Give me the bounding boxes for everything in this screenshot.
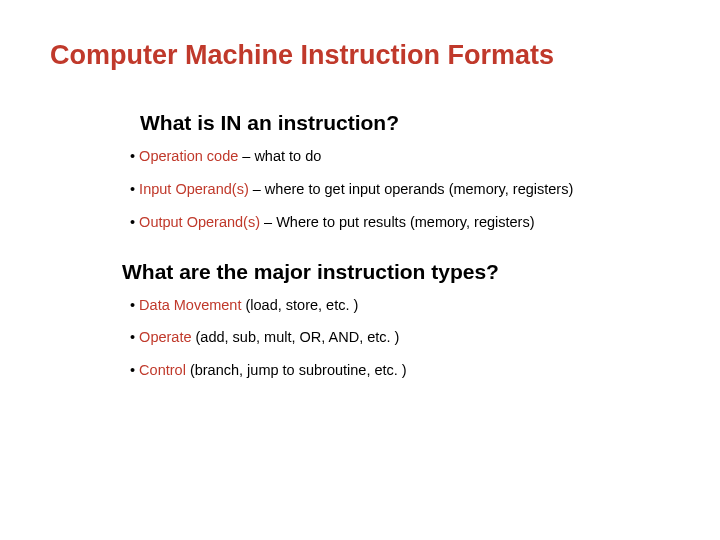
list-item: Data Movement (load, store, etc. )	[130, 296, 670, 315]
bullet-term: Operate	[139, 329, 191, 345]
slide-title: Computer Machine Instruction Formats	[50, 40, 670, 71]
bullet-desc: – where to get input operands (memory, r…	[249, 181, 574, 197]
bullet-list-2: Data Movement (load, store, etc. ) Opera…	[130, 296, 670, 381]
slide: Computer Machine Instruction Formats Wha…	[0, 0, 720, 380]
bullet-desc: – what to do	[238, 148, 321, 164]
list-item: Output Operand(s) – Where to put results…	[130, 213, 670, 232]
bullet-term: Operation code	[139, 148, 238, 164]
bullet-desc: (load, store, etc. )	[241, 297, 358, 313]
bullet-desc: (branch, jump to subroutine, etc. )	[186, 362, 407, 378]
bullet-term: Output Operand(s)	[139, 214, 260, 230]
bullet-term: Data Movement	[139, 297, 241, 313]
list-item: Operation code – what to do	[130, 147, 670, 166]
section-heading-1: What is IN an instruction?	[140, 111, 670, 135]
bullet-desc: – Where to put results (memory, register…	[260, 214, 535, 230]
list-item: Operate (add, sub, mult, OR, AND, etc. )	[130, 328, 670, 347]
bullet-term: Input Operand(s)	[139, 181, 249, 197]
section-heading-2: What are the major instruction types?	[122, 260, 670, 284]
bullet-desc: (add, sub, mult, OR, AND, etc. )	[192, 329, 400, 345]
list-item: Control (branch, jump to subroutine, etc…	[130, 361, 670, 380]
list-item: Input Operand(s) – where to get input op…	[130, 180, 670, 199]
bullet-list-1: Operation code – what to do Input Operan…	[130, 147, 670, 232]
bullet-term: Control	[139, 362, 186, 378]
